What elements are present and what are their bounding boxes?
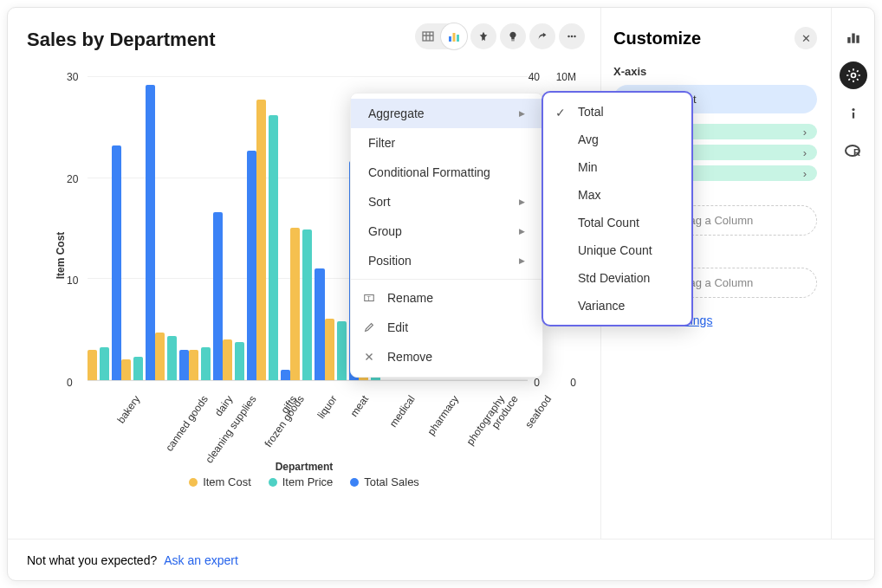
submenu-item-total-count[interactable]: Total Count xyxy=(543,209,691,236)
chart-view-button[interactable] xyxy=(441,23,467,49)
chevron-right-icon: › xyxy=(803,126,807,139)
more-icon xyxy=(566,30,578,42)
legend-label: Total Sales xyxy=(364,475,419,488)
share-button[interactable] xyxy=(529,23,555,49)
bar[interactable] xyxy=(256,100,266,380)
rail-chart-button[interactable] xyxy=(840,23,867,51)
y-tick-tertiary: 10M xyxy=(556,71,576,83)
bar[interactable] xyxy=(88,350,97,380)
menu-item-sort[interactable]: Sort▶ xyxy=(351,187,542,216)
bar[interactable] xyxy=(302,229,312,380)
svg-point-7 xyxy=(567,36,569,37)
rail-settings-button[interactable] xyxy=(840,61,867,89)
bar-group[interactable] xyxy=(290,228,324,381)
bar[interactable] xyxy=(269,115,278,380)
svg-rect-11 xyxy=(852,34,854,43)
submenu-item-min[interactable]: Min xyxy=(543,153,691,181)
y-tick-secondary: 40 xyxy=(529,71,540,83)
bar-group[interactable] xyxy=(189,212,223,380)
menu-item-rename[interactable]: TRename xyxy=(351,283,542,313)
y-tick: 30 xyxy=(67,71,78,83)
pin-button[interactable] xyxy=(470,23,496,49)
svg-point-9 xyxy=(574,36,575,37)
more-button[interactable] xyxy=(559,23,585,49)
ask-expert-link[interactable]: Ask an expert xyxy=(164,553,238,567)
bar[interactable] xyxy=(281,370,290,380)
bar[interactable] xyxy=(179,350,189,380)
bar-group[interactable] xyxy=(256,100,290,380)
rail-info-button[interactable] xyxy=(840,100,867,127)
legend-label: Item Price xyxy=(282,475,334,488)
svg-point-14 xyxy=(852,108,854,111)
legend-swatch xyxy=(350,478,359,487)
bar[interactable] xyxy=(167,336,177,380)
bar[interactable] xyxy=(315,268,324,380)
table-view-button[interactable] xyxy=(415,23,441,49)
bar[interactable] xyxy=(325,319,334,380)
bar-group[interactable] xyxy=(121,85,155,380)
svg-rect-5 xyxy=(453,33,456,42)
svg-rect-6 xyxy=(457,35,459,42)
legend-item[interactable]: Total Sales xyxy=(350,475,419,488)
context-menu: Aggregate▶FilterConditional FormattingSo… xyxy=(350,93,543,378)
legend-item[interactable]: Item Price xyxy=(269,475,334,488)
svg-text:T: T xyxy=(366,295,371,301)
bar[interactable] xyxy=(201,347,211,380)
bar-group[interactable] xyxy=(155,333,189,380)
y-axis-label: Item Cost xyxy=(55,231,67,279)
menu-item-conditional-formatting[interactable]: Conditional Formatting xyxy=(351,158,542,187)
chevron-right-icon: ▶ xyxy=(519,197,525,206)
svg-rect-12 xyxy=(856,36,859,43)
bar-group[interactable] xyxy=(223,151,256,380)
bar[interactable] xyxy=(189,350,198,380)
svg-point-13 xyxy=(851,74,855,78)
svg-point-8 xyxy=(571,36,573,37)
menu-item-edit[interactable]: Edit xyxy=(351,313,542,342)
bar-group[interactable] xyxy=(88,145,121,380)
bar[interactable] xyxy=(100,347,109,380)
rename-icon: T xyxy=(363,292,377,304)
y-tick-secondary: 0 xyxy=(534,377,540,389)
chevron-right-icon: › xyxy=(803,146,807,159)
y-tick: 0 xyxy=(67,377,73,389)
menu-item-group[interactable]: Group▶ xyxy=(351,216,542,246)
y-tick: 10 xyxy=(67,275,78,287)
bar[interactable] xyxy=(112,145,121,380)
r-icon: R xyxy=(845,143,862,160)
bar[interactable] xyxy=(133,357,143,380)
submenu-item-total[interactable]: ✓Total xyxy=(543,98,691,126)
chart-toolbar xyxy=(415,23,585,49)
x-tick: dairy xyxy=(212,393,235,418)
submenu-item-std-deviation[interactable]: Std Deviation xyxy=(543,264,691,292)
menu-item-filter[interactable]: Filter xyxy=(351,128,542,158)
rail-r-button[interactable]: R xyxy=(840,138,867,165)
menu-item-position[interactable]: Position▶ xyxy=(351,246,542,275)
bar[interactable] xyxy=(223,339,232,380)
svg-rect-4 xyxy=(449,36,451,42)
bar[interactable] xyxy=(337,321,347,380)
close-icon: ✕ xyxy=(801,32,811,45)
insight-button[interactable] xyxy=(500,23,526,49)
close-customize-button[interactable]: ✕ xyxy=(794,27,817,49)
bar[interactable] xyxy=(155,333,165,380)
bar[interactable] xyxy=(121,359,131,380)
bar[interactable] xyxy=(146,85,155,380)
submenu-item-variance[interactable]: Variance xyxy=(543,292,691,320)
right-rail: R xyxy=(831,8,874,539)
submenu-item-max[interactable]: Max xyxy=(543,181,691,209)
customize-title: Customize xyxy=(613,29,701,48)
share-icon xyxy=(536,30,548,42)
submenu-item-avg[interactable]: Avg xyxy=(543,126,691,153)
bar[interactable] xyxy=(247,151,256,380)
legend-swatch xyxy=(269,478,277,487)
y-tick-tertiary: 0 xyxy=(570,377,576,389)
menu-item-remove[interactable]: Remove xyxy=(351,342,542,372)
legend-item[interactable]: Item Cost xyxy=(189,475,251,488)
bar[interactable] xyxy=(290,228,300,381)
submenu-item-unique-count[interactable]: Unique Count xyxy=(543,236,691,264)
bar[interactable] xyxy=(235,342,244,380)
info-icon xyxy=(846,106,861,121)
menu-item-aggregate[interactable]: Aggregate▶ xyxy=(351,99,542,128)
chevron-right-icon: ▶ xyxy=(519,227,525,236)
bar[interactable] xyxy=(213,212,223,380)
